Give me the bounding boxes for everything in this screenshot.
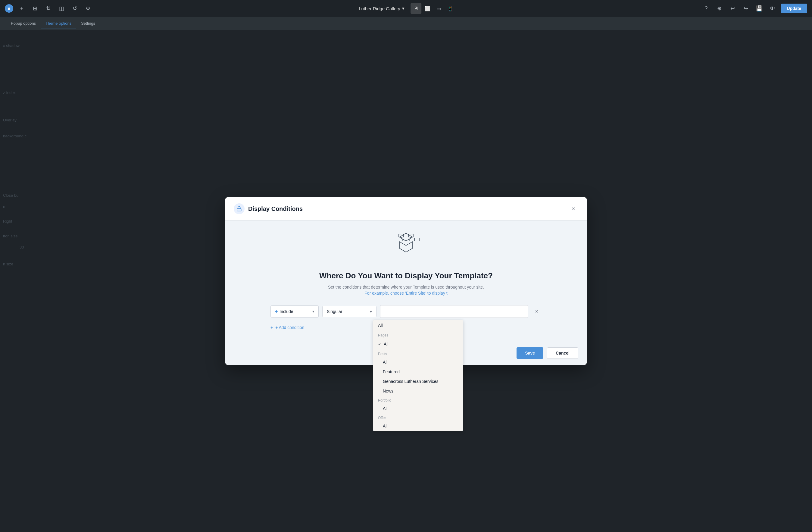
save-button[interactable]: Save bbox=[517, 347, 543, 359]
svg-rect-0 bbox=[237, 209, 241, 211]
chevron-down-icon: ▾ bbox=[312, 310, 314, 314]
modal-header-icon bbox=[234, 203, 245, 214]
display-button[interactable]: ◫ bbox=[57, 4, 66, 13]
history-button[interactable]: ↺ bbox=[70, 4, 79, 13]
include-dropdown[interactable]: + Include ▾ bbox=[271, 305, 319, 317]
dropdown-group-posts: Posts bbox=[373, 349, 463, 357]
sub-toolbar: Popup options Theme options Settings bbox=[0, 17, 812, 30]
tablet-landscape-btn[interactable]: ⬜ bbox=[422, 3, 433, 14]
modal-subtext-2: For example, choose 'Entire Site' to dis… bbox=[364, 291, 447, 296]
dropdown-item-featured[interactable]: Featured bbox=[373, 367, 463, 376]
template-display-icon bbox=[391, 233, 421, 264]
site-name-dropdown[interactable]: Luther Ridge Gallery ▾ bbox=[356, 4, 407, 12]
sort-button[interactable]: ⇅ bbox=[43, 4, 53, 13]
condition-dropdown-menu: All Pages All Posts All Featured Genacro… bbox=[373, 320, 463, 431]
condition-delete-button[interactable]: × bbox=[532, 307, 541, 316]
dropdown-group-offer: Offer bbox=[373, 413, 463, 421]
svg-rect-7 bbox=[399, 234, 404, 237]
dropdown-item-offer-all[interactable]: All bbox=[373, 421, 463, 431]
tablet-portrait-btn[interactable]: ▭ bbox=[433, 3, 444, 14]
include-label: Include bbox=[279, 309, 293, 314]
toolbar-center: Luther Ridge Gallery ▾ 🖥 ⬜ ▭ 📱 bbox=[356, 3, 456, 14]
update-button[interactable]: Update bbox=[781, 4, 807, 13]
modal-title: Display Conditions bbox=[248, 205, 565, 212]
chevron-down-icon: ▾ bbox=[370, 309, 372, 314]
tab-popup-options[interactable]: Popup options bbox=[6, 17, 41, 29]
dropdown-item-all-top[interactable]: All bbox=[373, 320, 463, 331]
dropdown-item-news[interactable]: News bbox=[373, 386, 463, 396]
dropdown-item-portfolio-all[interactable]: All bbox=[373, 404, 463, 413]
modal-heading: Where Do You Want to Display Your Templa… bbox=[319, 271, 493, 281]
help-button[interactable]: ? bbox=[701, 4, 711, 13]
tab-settings[interactable]: Settings bbox=[76, 17, 100, 29]
plus-icon: + bbox=[275, 309, 278, 314]
top-toolbar: e + ⊞ ⇅ ◫ ↺ ⚙ Luther Ridge Gallery ▾ 🖥 ⬜… bbox=[0, 0, 812, 17]
desktop-device-btn[interactable]: 🖥 bbox=[410, 3, 421, 14]
device-icons: 🖥 ⬜ ▭ 📱 bbox=[410, 3, 456, 14]
dropdown-item-posts-all[interactable]: All bbox=[373, 357, 463, 367]
layers-button[interactable]: ⊕ bbox=[715, 4, 724, 13]
dropdown-item-genacross[interactable]: Genacross Lutheran Services bbox=[373, 376, 463, 386]
svg-rect-6 bbox=[415, 238, 419, 241]
toolbar-left: e + ⊞ ⇅ ◫ ↺ ⚙ bbox=[5, 4, 405, 13]
add-condition-label: + Add condition bbox=[275, 325, 304, 330]
modal-subtext-1: Set the conditions that determine where … bbox=[328, 285, 484, 289]
mobile-device-btn[interactable]: 📱 bbox=[445, 3, 456, 14]
singular-dropdown[interactable]: Singular ▾ bbox=[322, 306, 376, 317]
singular-label: Singular bbox=[327, 309, 342, 314]
undo-button[interactable]: ↩ bbox=[728, 4, 738, 13]
settings-button[interactable]: ⚙ bbox=[83, 4, 93, 13]
save-preview-button[interactable]: 💾 bbox=[754, 4, 764, 13]
layout-button[interactable]: ⊞ bbox=[30, 4, 40, 13]
modal-body: Where Do You Want to Display Your Templa… bbox=[225, 220, 587, 341]
tab-theme-options[interactable]: Theme options bbox=[41, 17, 76, 29]
chevron-down-icon: ▾ bbox=[402, 6, 405, 11]
modal-overlay[interactable]: Display Conditions × bbox=[0, 30, 812, 532]
plus-icon: + bbox=[271, 325, 273, 330]
display-conditions-modal: Display Conditions × bbox=[225, 197, 587, 365]
brand-logo[interactable]: e bbox=[5, 4, 13, 13]
dropdown-item-pages-all[interactable]: All bbox=[373, 339, 463, 349]
condition-row: + Include ▾ Singular ▾ × All bbox=[271, 305, 541, 318]
cancel-button[interactable]: Cancel bbox=[547, 347, 578, 359]
redo-button[interactable]: ↪ bbox=[741, 4, 751, 13]
eye-preview-button[interactable]: 👁 bbox=[768, 4, 777, 13]
dropdown-group-portfolio: Portfolio bbox=[373, 396, 463, 404]
condition-select-field[interactable] bbox=[380, 305, 528, 318]
site-name-label: Luther Ridge Gallery bbox=[359, 6, 400, 11]
modal-header: Display Conditions × bbox=[225, 197, 587, 220]
dropdown-group-pages: Pages bbox=[373, 331, 463, 339]
add-button[interactable]: + bbox=[17, 4, 27, 13]
main-area: x shadow z-index Overlay background c Cl… bbox=[0, 30, 812, 532]
svg-rect-5 bbox=[408, 234, 413, 237]
modal-close-button[interactable]: × bbox=[569, 204, 578, 214]
toolbar-right: ? ⊕ ↩ ↪ 💾 👁 Update bbox=[407, 4, 807, 13]
